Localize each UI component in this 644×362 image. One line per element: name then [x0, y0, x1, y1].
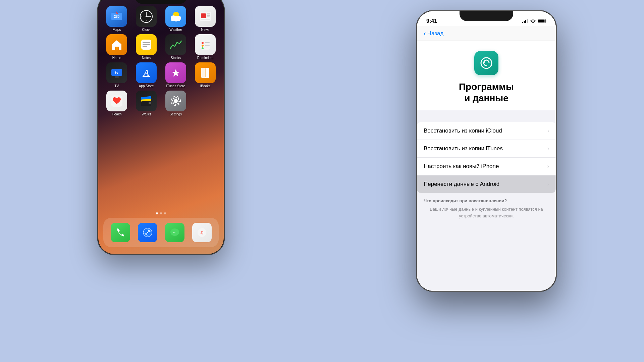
app-wallet[interactable]: Wallet: [133, 91, 160, 116]
app-settings[interactable]: Settings: [162, 91, 189, 116]
info-text: Ваши личные данные и купленный контент п…: [424, 206, 549, 219]
app-label-itunes: iTunes Store: [166, 84, 185, 88]
status-icons: [522, 19, 546, 24]
svg-point-30: [202, 45, 204, 47]
app-clock[interactable]: Clock: [133, 6, 160, 32]
wifi-icon: [530, 19, 536, 24]
app-label-news: News: [201, 28, 209, 32]
app-maps[interactable]: 280 Maps: [103, 6, 130, 32]
app-notes[interactable]: Notes: [133, 34, 160, 60]
svg-rect-15: [171, 18, 180, 21]
svg-rect-25: [143, 42, 150, 43]
app-label-appstore: App Store: [139, 84, 154, 88]
app-label-health: Health: [112, 112, 122, 116]
app-grid: 280 Maps: [102, 6, 220, 116]
app-ibooks[interactable]: iBooks: [192, 62, 219, 88]
notch-right: [460, 11, 513, 21]
dot-1: [156, 212, 158, 214]
menu-item-android-label: Перенести данные с Android: [424, 181, 499, 188]
app-label-notes: Notes: [142, 56, 151, 60]
svg-point-55: [147, 232, 148, 233]
svg-rect-19: [207, 15, 210, 16]
svg-rect-61: [524, 21, 525, 23]
svg-text:♫: ♫: [200, 229, 204, 235]
app-tv[interactable]: tv TV: [103, 62, 130, 88]
menu-item-new-iphone[interactable]: Настроить как новый iPhone ›: [417, 158, 556, 175]
svg-point-64: [533, 22, 533, 23]
svg-rect-67: [538, 20, 545, 22]
chevron-icon-2: ›: [547, 163, 549, 169]
app-news[interactable]: News: [192, 6, 219, 32]
app-label-home: Home: [112, 56, 121, 60]
restore-app-icon: [474, 51, 498, 75]
dock-phone[interactable]: [111, 223, 130, 242]
app-stocks[interactable]: Stocks: [162, 34, 189, 60]
status-time: 9:41: [426, 18, 437, 24]
page-indicator: [98, 212, 224, 214]
settings-page-title: Программы и данные: [459, 81, 514, 104]
app-label-weather: Weather: [169, 28, 182, 32]
back-label: Назад: [427, 30, 444, 37]
svg-rect-48: [149, 102, 151, 104]
info-section: Что происходит при восстановлении? Ваши …: [417, 193, 556, 224]
svg-rect-32: [205, 42, 210, 43]
chevron-icon-0: ›: [547, 128, 549, 134]
chevron-icon-3: ›: [547, 181, 549, 187]
dock-music[interactable]: ♫: [192, 223, 212, 242]
app-home[interactable]: Home: [103, 34, 130, 60]
signal-icon: [522, 19, 528, 24]
nav-bar: ‹ Назад: [417, 26, 556, 41]
notch-left: [135, 0, 187, 4]
svg-rect-27: [143, 46, 147, 47]
app-label-clock: Clock: [142, 28, 150, 32]
svg-rect-26: [143, 44, 150, 45]
phone-right: 9:41: [416, 10, 557, 292]
menu-item-icloud[interactable]: Восстановить из копии iCloud ›: [417, 122, 556, 140]
svg-rect-60: [522, 22, 523, 23]
menu-item-new-label: Настроить как новый iPhone: [424, 163, 499, 170]
menu-item-icloud-label: Восстановить из копии iCloud: [424, 127, 502, 134]
svg-point-31: [202, 47, 204, 49]
app-empty: [192, 91, 219, 116]
app-header: Программы и данные: [417, 41, 556, 110]
phone-left: 280 Maps: [97, 0, 225, 255]
menu-item-itunes[interactable]: Восстановить из копии iTunes ›: [417, 140, 556, 158]
svg-text:tv: tv: [115, 70, 119, 74]
dock: ··· ♫: [103, 218, 219, 247]
app-appstore[interactable]: A App Store: [133, 62, 160, 88]
menu-item-itunes-label: Восстановить из копии iTunes: [424, 145, 503, 152]
chevron-icon-1: ›: [547, 146, 549, 152]
settings-menu-list: Восстановить из копии iCloud › Восстанов…: [417, 122, 556, 193]
settings-screen: 9:41: [417, 11, 556, 291]
svg-text:···: ···: [173, 230, 176, 235]
settings-content: Программы и данные Восстановить из копии…: [417, 41, 556, 291]
app-reminders[interactable]: Reminders: [192, 34, 219, 60]
back-chevron-icon: ‹: [424, 30, 426, 37]
section-spacer-1: [417, 110, 556, 122]
svg-rect-17: [201, 13, 206, 18]
svg-point-49: [174, 99, 178, 103]
app-label-stocks: Stocks: [171, 56, 181, 60]
dock-messages[interactable]: ···: [165, 223, 184, 242]
app-health[interactable]: Health: [103, 91, 130, 116]
svg-rect-21: [201, 19, 210, 19]
svg-text:280: 280: [114, 15, 120, 18]
app-label-wallet: Wallet: [142, 112, 151, 116]
svg-rect-34: [205, 48, 208, 48]
app-label-ibooks: iBooks: [200, 84, 210, 88]
app-weather[interactable]: Weather: [162, 6, 189, 32]
svg-rect-66: [546, 20, 546, 22]
svg-rect-23: [116, 47, 118, 50]
svg-rect-62: [525, 20, 526, 23]
back-button[interactable]: ‹ Назад: [424, 30, 443, 37]
app-label-maps: Maps: [113, 28, 121, 32]
svg-rect-36: [115, 76, 119, 77]
svg-rect-18: [207, 13, 210, 14]
dock-safari[interactable]: [138, 223, 157, 242]
dot-2: [160, 212, 162, 214]
app-itunes[interactable]: iTunes Store: [162, 62, 189, 88]
menu-item-android[interactable]: Перенести данные с Android ›: [417, 175, 556, 193]
svg-rect-33: [205, 45, 210, 46]
svg-rect-63: [527, 19, 528, 23]
svg-rect-20: [207, 16, 210, 17]
